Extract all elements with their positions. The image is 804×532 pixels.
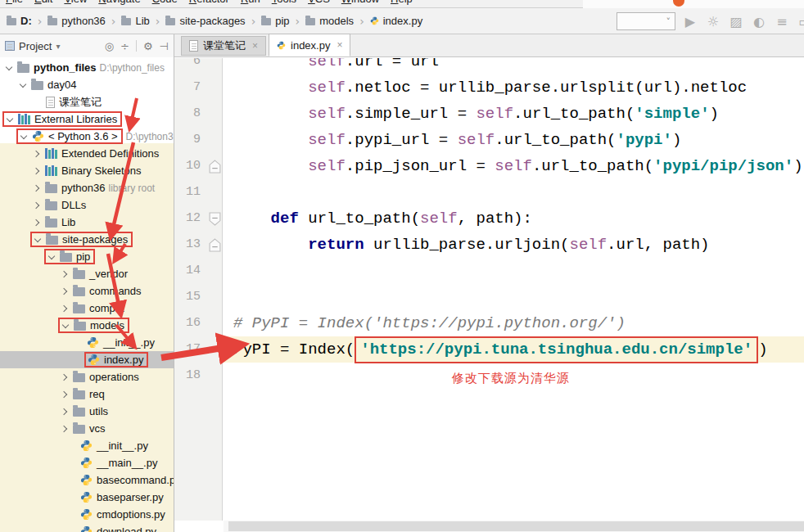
menu-item-tools[interactable]: Tools bbox=[272, 0, 296, 5]
menu-item-run[interactable]: Run bbox=[241, 0, 260, 5]
tree-item-vcs[interactable]: vcs bbox=[0, 420, 174, 437]
tree-item-lib[interactable]: Lib bbox=[0, 214, 174, 231]
tree-item-initpy[interactable]: __init__.py bbox=[0, 437, 174, 454]
chevron-down-icon[interactable] bbox=[20, 133, 28, 141]
stop-button[interactable]: ▭ bbox=[797, 14, 804, 29]
restore-layout-button[interactable]: ≡ bbox=[775, 14, 789, 29]
chevron-right-icon[interactable] bbox=[33, 167, 41, 175]
close-icon[interactable]: × bbox=[337, 39, 342, 51]
debug-button[interactable]: ☼ bbox=[706, 14, 720, 29]
collapse-all-icon[interactable]: ÷ bbox=[120, 40, 129, 52]
code-line-9[interactable]: self.pypi_url = self.url_to_path('pypi') bbox=[224, 127, 804, 153]
tree-item-dlls[interactable]: DLLs bbox=[0, 196, 174, 214]
code-line-16[interactable]: # PyPI = Index('https://pypi.python.org/… bbox=[224, 310, 804, 336]
breadcrumb-item-sitepackages[interactable]: site-packages bbox=[165, 15, 245, 27]
chevron-down-icon[interactable] bbox=[47, 253, 56, 261]
code-line-8[interactable]: self.simple_url = self.url_to_path('simp… bbox=[224, 101, 804, 127]
tree-item-binaryskeletons[interactable]: Binary Skeletons bbox=[0, 162, 174, 179]
tree-item-pip[interactable]: pip bbox=[0, 248, 174, 265]
tree-item-models[interactable]: models bbox=[0, 317, 174, 334]
chevron-right-icon[interactable] bbox=[33, 219, 41, 227]
profiler-button[interactable]: ◐ bbox=[752, 14, 766, 29]
menu-item-refactor[interactable]: Refactor bbox=[189, 0, 229, 5]
breadcrumb-item-indexpy[interactable]: index.py bbox=[370, 15, 422, 27]
tree-item-commands[interactable]: commands bbox=[0, 282, 174, 300]
code-line-17[interactable]: PyPI = Index('https://pypi.tuna.tsinghua… bbox=[224, 336, 804, 363]
breadcrumb-item-python36[interactable]: python36 bbox=[47, 15, 106, 27]
run-configuration-select[interactable]: ˅ bbox=[617, 12, 675, 30]
chevron-right-icon[interactable] bbox=[33, 150, 41, 158]
editor-body[interactable]: 6789101112131415161718 self.url = url se… bbox=[174, 58, 804, 532]
tree-item-pythonfiles[interactable]: python_filesD:\python_files bbox=[0, 59, 174, 76]
tree-item-cmdoptionspy[interactable]: cmdoptions.py bbox=[0, 506, 174, 523]
scrollbar-thumb[interactable] bbox=[228, 521, 804, 531]
menu-item-edit[interactable]: Edit bbox=[34, 0, 52, 5]
tree-item-day04[interactable]: day04 bbox=[0, 76, 174, 93]
tree-item-python36[interactable]: python36library root bbox=[0, 179, 174, 196]
menu-item-navigate[interactable]: Navigate bbox=[98, 0, 140, 5]
code-line-12[interactable]: def url_to_path(self, path): bbox=[224, 205, 804, 232]
breadcrumb-item-d[interactable]: D: bbox=[7, 15, 32, 27]
chevron-right-icon[interactable] bbox=[33, 201, 41, 210]
tree-item-req[interactable]: req bbox=[0, 385, 174, 403]
menu-item-view[interactable]: View bbox=[64, 0, 87, 5]
code-line-7[interactable]: self.netloc = urllib_parse.urlsplit(url)… bbox=[224, 74, 804, 101]
code-area[interactable]: self.url = url self.netloc = urllib_pars… bbox=[224, 58, 804, 521]
tree-item-downloadpy[interactable]: download.py bbox=[0, 523, 174, 532]
breadcrumb-item-models[interactable]: models bbox=[305, 15, 354, 27]
tree-item-initpy[interactable]: __init__.py bbox=[0, 334, 174, 351]
chevron-down-icon[interactable]: ▾ bbox=[56, 42, 60, 51]
panel-title[interactable]: Project bbox=[19, 40, 52, 52]
code-line-10[interactable]: self.pip_json_url = self.url_to_path('py… bbox=[224, 153, 804, 179]
chevron-right-icon[interactable] bbox=[33, 184, 41, 192]
tree-item-vendor[interactable]: _vendor bbox=[0, 265, 174, 282]
tree-item-python36[interactable]: < Python 3.6 >D:\python3 bbox=[0, 128, 174, 145]
chevron-right-icon[interactable] bbox=[61, 287, 69, 295]
run-button[interactable]: ▶ bbox=[683, 14, 698, 29]
fold-marker-icon[interactable] bbox=[209, 212, 221, 226]
tree-item-课堂笔记[interactable]: 课堂笔记 bbox=[0, 93, 174, 110]
chevron-right-icon[interactable] bbox=[61, 390, 69, 399]
menu-item-file[interactable]: File bbox=[6, 0, 23, 5]
breadcrumb-item-pip[interactable]: pip bbox=[261, 15, 289, 27]
tree-item-utils[interactable]: utils bbox=[0, 403, 174, 420]
tree-item-extendeddefinitions[interactable]: Extended Definitions bbox=[0, 145, 174, 162]
chevron-right-icon[interactable] bbox=[61, 408, 69, 416]
code-line-6[interactable]: self.url = url bbox=[224, 58, 804, 74]
chevron-right-icon[interactable] bbox=[61, 304, 69, 313]
editor-tab-课堂笔记[interactable]: 课堂笔记× bbox=[181, 36, 266, 56]
breadcrumb-item-lib[interactable]: Lib bbox=[121, 15, 149, 27]
chevron-down-icon[interactable] bbox=[5, 64, 13, 72]
fold-marker-icon[interactable] bbox=[209, 238, 221, 252]
code-line-15[interactable] bbox=[224, 284, 804, 310]
editor-tab-indexpy[interactable]: index.py× bbox=[269, 34, 350, 56]
fold-marker-icon[interactable] bbox=[209, 160, 221, 174]
menu-item-window[interactable]: Window bbox=[341, 0, 379, 5]
chevron-down-icon[interactable] bbox=[6, 115, 14, 124]
menu-item-help[interactable]: Help bbox=[391, 0, 413, 5]
chevron-down-icon[interactable] bbox=[19, 81, 27, 89]
chevron-down-icon[interactable] bbox=[61, 322, 70, 330]
horizontal-scrollbar[interactable] bbox=[224, 521, 804, 532]
tree-item-baseparserpy[interactable]: baseparser.py bbox=[0, 489, 174, 506]
tree-item-sitepackages[interactable]: site-packages bbox=[0, 231, 174, 248]
tree-item-operations[interactable]: operations bbox=[0, 368, 174, 385]
menu-item-code[interactable]: Code bbox=[152, 0, 178, 5]
tree-item-mainpy[interactable]: __main__.py bbox=[0, 454, 174, 471]
hide-panel-icon[interactable]: ⊣ bbox=[160, 40, 169, 52]
code-line-14[interactable] bbox=[224, 258, 804, 284]
chevron-right-icon[interactable] bbox=[61, 270, 69, 278]
settings-icon[interactable]: ⚙ bbox=[143, 40, 153, 52]
chevron-right-icon[interactable] bbox=[61, 373, 69, 381]
menu-item-vcs[interactable]: VCS bbox=[308, 0, 330, 5]
locate-icon[interactable]: ◎ bbox=[105, 40, 114, 52]
tree-item-indexpy[interactable]: index.py bbox=[0, 351, 174, 368]
tree-item-externallibraries[interactable]: External Libraries bbox=[0, 110, 174, 128]
tree-item-basecommandpy[interactable]: basecommand.py bbox=[0, 471, 174, 489]
close-icon[interactable]: × bbox=[252, 40, 258, 52]
code-line-11[interactable] bbox=[224, 179, 804, 205]
code-line-18[interactable] bbox=[224, 363, 804, 389]
code-line-13[interactable]: return urllib_parse.urljoin(self.url, pa… bbox=[224, 232, 804, 258]
chevron-right-icon[interactable] bbox=[61, 425, 69, 433]
tree-item-compat[interactable]: compat bbox=[0, 300, 174, 317]
